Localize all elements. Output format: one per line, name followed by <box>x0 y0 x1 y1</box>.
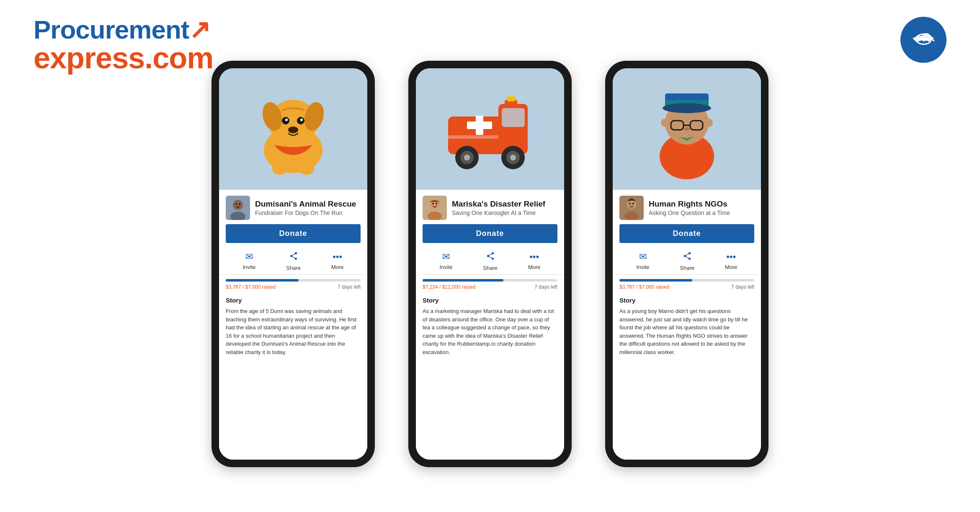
phone-1-content: Dumisani's Animal Rescue Fundraiser For … <box>219 190 367 460</box>
top-badge <box>900 17 946 63</box>
phone-1-donate-button[interactable]: Donate <box>226 224 361 243</box>
phone-1-story: Story From the age of 5 Dumi was saving … <box>219 292 367 460</box>
phone-3-hero <box>613 68 761 190</box>
svg-point-17 <box>235 203 237 205</box>
phone-1-days: 7 days left <box>338 284 361 290</box>
phone-1-invite[interactable]: ✉ Invite <box>242 251 255 271</box>
svg-point-54 <box>629 203 631 204</box>
svg-point-37 <box>436 203 437 204</box>
svg-point-18 <box>239 203 240 205</box>
phone-2: Mariska's Disaster Relief Saving One Kar… <box>408 61 572 467</box>
invite-label-3: Invite <box>636 264 649 270</box>
phone-2-progress: $7,234 / $12,000 raised 7 days left <box>416 275 564 292</box>
phone-1-progress: $3,787 / $7,000 raised 7 days left <box>219 275 367 292</box>
phone-3-profile: Human Rights NGOs Asking One Question at… <box>613 190 761 224</box>
more-label-3: More <box>725 264 738 270</box>
svg-point-55 <box>632 203 634 204</box>
phone-3-more[interactable]: ••• More <box>725 251 738 271</box>
svg-point-9 <box>300 119 303 121</box>
phone-3-subtitle: Asking One Question at a Time <box>649 209 730 216</box>
svg-point-16 <box>233 200 242 209</box>
phone-2-profile-text: Mariska's Disaster Relief Saving One Kar… <box>452 199 545 217</box>
phone-3-story-title: Story <box>619 297 754 304</box>
phone-1-raised: $3,787 / $7,000 raised <box>226 284 276 290</box>
phone-3-invite[interactable]: ✉ Invite <box>636 251 649 271</box>
svg-rect-23 <box>476 116 483 135</box>
phone-3-avatar <box>619 196 644 220</box>
svg-rect-32 <box>448 135 498 139</box>
svg-point-10 <box>288 127 298 133</box>
phone-1-actions: ✉ Invite Share ••• More <box>219 246 367 275</box>
svg-rect-31 <box>507 96 515 101</box>
invite-icon: ✉ <box>245 251 253 262</box>
phone-3-content: Human Rights NGOs Asking One Question at… <box>613 190 761 460</box>
person-illustration <box>649 79 725 179</box>
logo-procurement: Procurement↗ <box>34 17 213 43</box>
share-icon-3 <box>683 251 692 263</box>
more-icon-3: ••• <box>726 251 736 262</box>
more-icon-2: ••• <box>529 251 539 262</box>
svg-point-48 <box>684 127 689 131</box>
more-label: More <box>331 264 344 270</box>
phone-2-story: Story As a marketing manager Mariska had… <box>416 292 564 460</box>
share-icon <box>289 251 298 263</box>
phone-1-hero <box>219 68 367 190</box>
phone-1-subtitle: Fundraiser For Dogs On The Run <box>255 209 356 216</box>
phone-1: Dumisani's Animal Rescue Fundraiser For … <box>211 61 375 467</box>
svg-point-29 <box>510 155 516 160</box>
invite-label: Invite <box>242 264 255 270</box>
phone-2-more[interactable]: ••• More <box>528 251 541 271</box>
phone-1-share[interactable]: Share <box>286 251 301 271</box>
share-label-3: Share <box>680 265 694 271</box>
ambulance-illustration <box>440 87 540 171</box>
invite-icon-2: ✉ <box>442 251 450 262</box>
phone-3-raised: $3,787 / $7,000 raised <box>619 284 669 290</box>
phone-3-title: Human Rights NGOs <box>649 199 730 209</box>
phone-2-invite[interactable]: ✉ Invite <box>439 251 452 271</box>
invite-label-2: Invite <box>439 264 452 270</box>
phone-3-donate-button[interactable]: Donate <box>619 224 754 243</box>
svg-point-44 <box>663 103 711 113</box>
phone-3-profile-text: Human Rights NGOs Asking One Question at… <box>649 199 730 217</box>
phone-3-days: 7 days left <box>731 284 754 290</box>
more-icon: ••• <box>333 251 342 262</box>
phones-container: Dumisani's Animal Rescue Fundraiser For … <box>0 61 980 467</box>
svg-point-49 <box>661 119 669 127</box>
svg-point-12 <box>299 163 314 175</box>
svg-point-11 <box>272 163 287 175</box>
phone-2-story-title: Story <box>423 297 557 304</box>
phone-1-title: Dumisani's Animal Rescue <box>255 199 356 209</box>
phone-2-content: Mariska's Disaster Relief Saving One Kar… <box>416 190 564 460</box>
phone-3-story-body: As a young boy Marno didn't get his ques… <box>619 307 754 356</box>
phone-3-story: Story As a young boy Marno didn't get hi… <box>613 292 761 460</box>
svg-rect-43 <box>665 93 709 100</box>
phone-1-more[interactable]: ••• More <box>331 251 344 271</box>
phone-2-actions: ✉ Invite Share ••• More <box>416 246 564 275</box>
phone-2-profile: Mariska's Disaster Relief Saving One Kar… <box>416 190 564 224</box>
phone-2-share[interactable]: Share <box>483 251 498 271</box>
phone-3-share[interactable]: Share <box>680 251 694 271</box>
phone-1-story-title: Story <box>226 297 361 304</box>
phone-3-actions: ✉ Invite Share ••• More <box>613 246 761 275</box>
phone-2-donate-button[interactable]: Donate <box>423 224 557 243</box>
phone-2-days: 7 days left <box>534 284 557 290</box>
svg-rect-21 <box>502 108 525 127</box>
svg-point-36 <box>432 203 434 204</box>
phone-1-profile-text: Dumisani's Animal Rescue Fundraiser For … <box>255 199 356 217</box>
svg-point-1 <box>922 37 925 41</box>
phone-2-title: Mariska's Disaster Relief <box>452 199 545 209</box>
handshake-icon <box>910 26 937 54</box>
share-label-2: Share <box>483 265 498 271</box>
phone-2-subtitle: Saving One Karoogler At a Time <box>452 209 545 216</box>
share-icon-2 <box>486 251 495 263</box>
phone-2-story-body: As a marketing manager Mariska had to de… <box>423 307 557 356</box>
phone-3-progress: $3,787 / $7,000 raised 7 days left <box>613 275 761 292</box>
phone-2-avatar <box>423 196 447 220</box>
logo-arrow: ↗ <box>189 15 210 44</box>
svg-point-50 <box>704 119 713 127</box>
share-label: Share <box>286 265 301 271</box>
more-label-2: More <box>528 264 541 270</box>
invite-icon-3: ✉ <box>639 251 647 262</box>
phone-2-raised: $7,234 / $12,000 raised <box>423 284 475 290</box>
phone-3: Human Rights NGOs Asking One Question at… <box>605 61 769 467</box>
